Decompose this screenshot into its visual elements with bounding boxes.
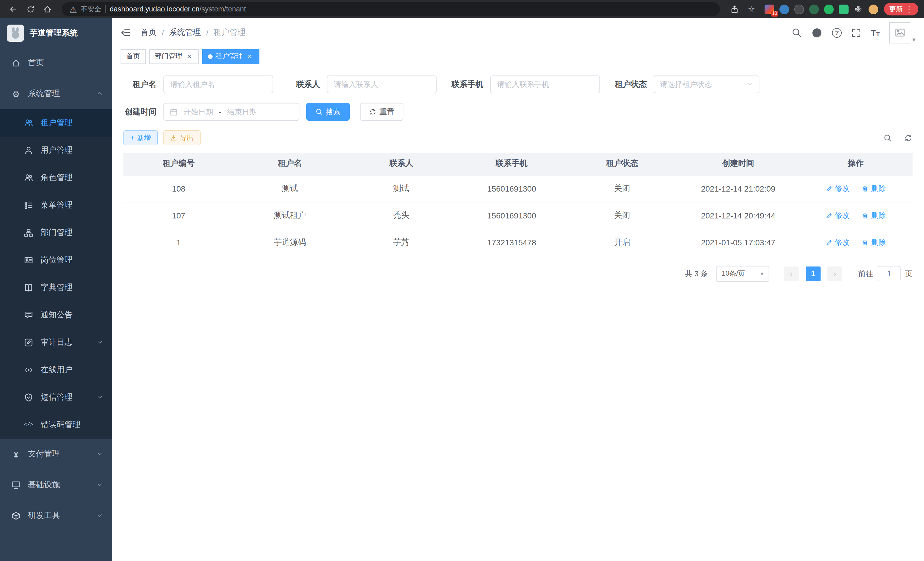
sidebar-item-error-code[interactable]: </> 错误码管理 — [0, 411, 112, 439]
sidebar-item-notice[interactable]: 通知公告 — [0, 301, 112, 329]
tag-dept[interactable]: 部门管理 × — [149, 49, 199, 64]
cell-status: 开启 — [567, 229, 677, 256]
goto-label: 前往 — [858, 268, 873, 279]
sidebar-item-user[interactable]: 用户管理 — [0, 137, 112, 164]
sidebar-item-dict[interactable]: 字典管理 — [0, 274, 112, 301]
breadcrumb-item-system[interactable]: 系统管理 — [169, 27, 201, 38]
sidebar-item-label: 短信管理 — [40, 392, 73, 403]
browser-toolbar: ⚠ 不安全 dashboard.yudao.iocoder.cn/system/… — [0, 0, 924, 18]
tenant-name-input[interactable] — [164, 75, 273, 93]
download-icon — [170, 134, 177, 141]
sidebar-item-label: 用户管理 — [40, 145, 73, 156]
post-badge-icon — [24, 256, 33, 265]
extension-icon-colorful[interactable]: 10 — [765, 4, 774, 14]
extension-icon-blue[interactable] — [779, 4, 789, 14]
sidebar-collapse-icon[interactable] — [121, 27, 131, 38]
sidebar-group-payment[interactable]: ¥ 支付管理 — [0, 439, 112, 469]
delete-link[interactable]: 删除 — [862, 237, 886, 247]
share-icon[interactable] — [727, 2, 742, 17]
delete-link-label: 删除 — [871, 237, 886, 247]
breadcrumb-item-home[interactable]: 首页 — [141, 27, 157, 38]
update-button[interactable]: 更新 ⋮ — [884, 3, 918, 15]
sidebar-item-menu[interactable]: 菜单管理 — [0, 192, 112, 219]
cell-contact: 测试 — [346, 175, 457, 202]
next-page-button[interactable]: › — [827, 266, 842, 281]
filter-status: 租户状态 请选择租户状态 — [614, 75, 759, 93]
date-range-picker[interactable]: 开始日期 - 结束日期 — [164, 103, 299, 121]
page-size-select[interactable]: 10条/页 ▾ — [716, 266, 769, 282]
mobile-input[interactable] — [490, 75, 600, 93]
sidebar-item-label: 通知公告 — [40, 310, 73, 320]
close-icon[interactable]: × — [185, 52, 193, 60]
sidebar-item-post[interactable]: 岗位管理 — [0, 247, 112, 274]
table-toolbar: + 新增 导出 — [123, 130, 913, 145]
extension-icon-chat[interactable] — [839, 4, 849, 14]
security-chip[interactable]: ⚠ 不安全 — [69, 4, 101, 14]
broken-image-icon — [895, 27, 905, 38]
caret-down-icon: ▾ — [912, 36, 915, 43]
sidebar-group-devtools[interactable]: 研发工具 — [0, 500, 112, 531]
sidebar: 芋道管理系统 首页 ⚙ 系统管理 租户管理 用户 — [0, 18, 112, 561]
sidebar-item-tenant[interactable]: 租户管理 — [0, 109, 112, 137]
puzzle-icon[interactable] — [854, 4, 863, 14]
sidebar-group-system[interactable]: ⚙ 系统管理 — [0, 78, 112, 109]
back-icon[interactable] — [6, 2, 21, 17]
page-unit-label: 页 — [905, 268, 913, 279]
prev-page-button[interactable]: ‹ — [784, 266, 799, 281]
search-icon[interactable] — [791, 27, 802, 38]
cell-name: 测试租户 — [234, 202, 346, 229]
profile-avatar-icon[interactable] — [868, 4, 878, 14]
extension-icon-darkgreen[interactable] — [809, 4, 819, 14]
export-button-label: 导出 — [180, 133, 194, 143]
search-button[interactable]: 搜索 — [306, 103, 350, 121]
reload-icon[interactable] — [23, 2, 38, 17]
delete-link[interactable]: 删除 — [862, 210, 886, 220]
goto-page-input[interactable] — [878, 266, 901, 281]
chevron-up-icon — [97, 89, 103, 98]
extension-icon-globe[interactable] — [794, 4, 804, 14]
toggle-search-icon[interactable] — [884, 134, 892, 142]
page-size-value: 10条/页 — [722, 269, 745, 278]
reset-button[interactable]: 重置 — [360, 103, 404, 121]
bookmark-star-icon[interactable]: ☆ — [744, 2, 759, 17]
cell-mobile: 17321315478 — [457, 229, 567, 256]
edit-link-label: 修改 — [835, 237, 849, 247]
col-header-status: 租户状态 — [567, 153, 677, 175]
sidebar-item-dept[interactable]: 部门管理 — [0, 219, 112, 247]
edit-link[interactable]: 修改 — [825, 237, 849, 247]
page-number-button[interactable]: 1 — [806, 266, 820, 281]
sidebar-item-audit-log[interactable]: 审计日志 — [0, 329, 112, 356]
fullscreen-icon[interactable] — [851, 28, 861, 38]
delete-link[interactable]: 删除 — [862, 183, 886, 194]
user-avatar-menu[interactable]: ▾ — [890, 22, 915, 43]
status-select[interactable]: 请选择租户状态 — [654, 75, 759, 93]
github-icon[interactable] — [812, 27, 822, 38]
sidebar-item-sms[interactable]: 短信管理 — [0, 384, 112, 411]
help-icon[interactable]: ? — [832, 28, 842, 38]
toolbar-right-tools — [884, 134, 913, 142]
address-bar[interactable]: ⚠ 不安全 dashboard.yudao.iocoder.cn/system/… — [62, 2, 720, 16]
gear-icon: ⚙ — [11, 89, 21, 98]
contact-input[interactable] — [327, 75, 436, 93]
filter-row-2: 创建时间 开始日期 - 结束日期 搜索 重置 — [123, 103, 913, 121]
close-icon[interactable]: × — [246, 52, 254, 60]
extensions-group: 10 — [765, 4, 878, 14]
tag-home[interactable]: 首页 — [121, 49, 146, 64]
home-icon[interactable] — [40, 2, 55, 17]
tag-tenant[interactable]: 租户管理 × — [202, 49, 260, 64]
edit-link[interactable]: 修改 — [825, 210, 849, 220]
font-size-icon[interactable]: TT — [871, 28, 880, 38]
sidebar-item-home[interactable]: 首页 — [0, 47, 112, 78]
add-button[interactable]: + 新增 — [123, 130, 158, 145]
sidebar-item-role[interactable]: 角色管理 — [0, 164, 112, 192]
sidebar-group-infrastructure[interactable]: 基础设施 — [0, 469, 112, 500]
edit-link[interactable]: 修改 — [825, 183, 849, 194]
app-frame: 芋道管理系统 首页 ⚙ 系统管理 租户管理 用户 — [0, 18, 924, 561]
export-button[interactable]: 导出 — [164, 130, 201, 145]
sidebar-item-label: 审计日志 — [40, 337, 73, 348]
sidebar-logo[interactable]: 芋道管理系统 — [0, 18, 112, 47]
refresh-table-icon[interactable] — [904, 134, 913, 142]
extension-icon-green-y[interactable] — [824, 4, 834, 14]
sidebar-item-online-user[interactable]: 在线用户 — [0, 356, 112, 384]
chevron-down-icon — [97, 450, 103, 459]
